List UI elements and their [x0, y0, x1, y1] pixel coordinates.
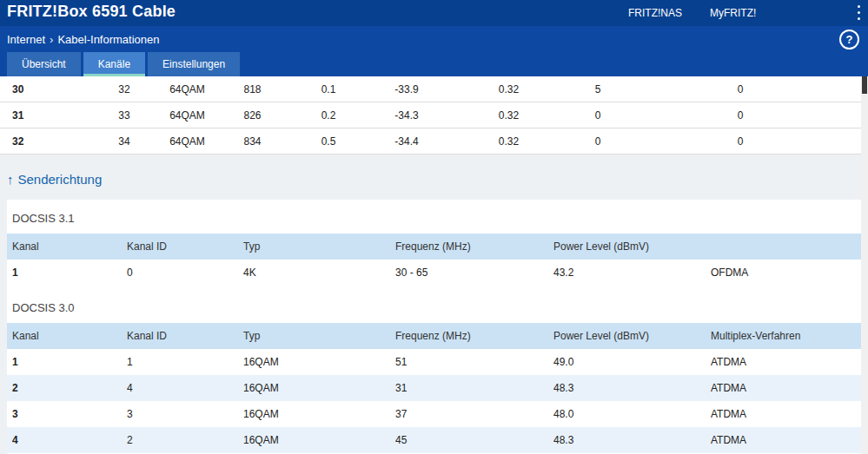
table-cell: 3 — [7, 401, 122, 427]
table-cell: 48.3 — [548, 427, 706, 453]
myfritz-link[interactable]: MyFRITZ! — [710, 0, 756, 26]
breadcrumb-current: Kabel-Informationen — [57, 33, 159, 46]
table-cell: 3 — [122, 401, 238, 427]
table-cell: 0.2 — [285, 102, 372, 128]
table-cell: 64QAM — [155, 102, 220, 128]
table-cell: 48.0 — [548, 401, 706, 427]
table-cell: 31 — [0, 102, 94, 128]
table-cell: 1 — [122, 349, 238, 375]
column-header: Kanal ID — [122, 234, 238, 260]
table-cell: 16QAM — [238, 401, 390, 427]
docsis31-label: DOCSIS 3.1 — [7, 200, 861, 234]
table-cell: 0.32 — [441, 76, 576, 102]
table-cell: ATDMA — [706, 375, 861, 401]
table-cell: 45 — [390, 427, 548, 453]
tab-label: Kanäle — [98, 58, 130, 70]
table-cell: 2 — [122, 427, 238, 453]
table-cell: -34.4 — [372, 128, 441, 155]
docsis30-table: KanalKanal IDTypFrequenz (MHz)Power Leve… — [7, 323, 861, 453]
table-cell: 0 — [122, 260, 238, 286]
table-cell: 30 - 65 — [390, 260, 548, 286]
column-header: Power Level (dBmV) — [548, 234, 706, 260]
app-header: FRITZ!Box 6591 Cable FRITZ!NAS MyFRITZ! — [0, 0, 868, 26]
table-cell: 834 — [220, 128, 285, 155]
dot — [858, 11, 860, 14]
table-cell: 0 — [576, 102, 620, 128]
table-cell: 32 — [0, 128, 94, 155]
overflow-menu-icon[interactable] — [853, 5, 864, 20]
table-row: 323464QAM8340.5-34.40.3200 — [0, 128, 861, 155]
table-cell: 0.32 — [441, 128, 576, 155]
downstream-table: 303264QAM8180.1-33.90.3250313364QAM8260.… — [0, 76, 861, 155]
docsis30-label: DOCSIS 3.0 — [7, 286, 861, 323]
column-header: Kanal — [7, 234, 122, 260]
table-cell: 37 — [390, 401, 548, 427]
table-cell: 16QAM — [238, 349, 390, 375]
column-header: Frequenz (MHz) — [390, 234, 548, 260]
table-cell: 48.3 — [548, 375, 706, 401]
column-header: Multiplex-Verfahren — [706, 323, 861, 349]
table-cell: 64QAM — [155, 128, 220, 155]
table-row: 4216QAM4548.3ATDMA — [7, 427, 861, 453]
up-arrow-icon: ↑ — [7, 172, 14, 187]
column-header: Kanal ID — [122, 323, 238, 349]
help-icon[interactable]: ? — [839, 30, 859, 49]
table-row: 104K30 - 6543.2OFDMA — [7, 260, 861, 286]
table-cell: 5 — [576, 76, 620, 102]
table-row: 313364QAM8260.2-34.30.3200 — [0, 102, 861, 128]
table-cell: 16QAM — [238, 375, 390, 401]
docsis31-table: KanalKanal IDTypFrequenz (MHz)Power Leve… — [7, 234, 861, 286]
tab-label: Übersicht — [22, 58, 66, 70]
table-cell: 2 — [7, 375, 122, 401]
tab-kanaele[interactable]: Kanäle — [83, 52, 145, 76]
table-cell: OFDMA — [706, 260, 861, 286]
table-cell: 1 — [7, 349, 122, 375]
breadcrumb-internet[interactable]: Internet — [7, 33, 45, 46]
table-cell: 4K — [238, 260, 390, 286]
table-cell: 826 — [220, 102, 285, 128]
table-cell: 51 — [390, 349, 548, 375]
breadcrumb-separator: › — [50, 33, 53, 46]
upstream-heading-label: Senderichtung — [18, 172, 103, 187]
table-cell: 31 — [390, 375, 548, 401]
column-header: Kanal — [7, 323, 122, 349]
page: FRITZ!Box 6591 Cable FRITZ!NAS MyFRITZ! … — [0, 0, 868, 454]
table-cell: 33 — [94, 102, 155, 128]
table-cell: 4 — [122, 375, 238, 401]
upstream-panel: DOCSIS 3.1 KanalKanal IDTypFrequenz (MHz… — [7, 200, 861, 454]
column-header: Typ — [238, 323, 390, 349]
table-cell: 0.5 — [285, 128, 372, 155]
scrollbar-thumb[interactable] — [862, 76, 867, 94]
table-cell: 0.32 — [441, 102, 576, 128]
table-cell: 0 — [620, 76, 861, 102]
table-cell: 30 — [0, 76, 94, 102]
fritznas-link[interactable]: FRITZ!NAS — [628, 0, 682, 26]
table-cell: ATDMA — [706, 349, 861, 375]
scrollbar — [861, 76, 868, 454]
tabs-bar: Übersicht Kanäle Einstellungen — [0, 52, 868, 76]
column-header — [706, 234, 861, 260]
table-cell: 16QAM — [238, 427, 390, 453]
dot — [858, 17, 860, 20]
table-cell: 32 — [94, 76, 155, 102]
tab-uebersicht[interactable]: Übersicht — [7, 52, 81, 76]
header-row: KanalKanal IDTypFrequenz (MHz)Power Leve… — [7, 323, 861, 349]
table-cell: -34.3 — [372, 102, 441, 128]
table-cell: 0 — [620, 128, 861, 155]
table-cell: 0 — [576, 128, 620, 155]
column-header: Frequenz (MHz) — [390, 323, 548, 349]
table-row: 2416QAM3148.3ATDMA — [7, 375, 861, 401]
table-cell: 1 — [7, 260, 122, 286]
tab-einstellungen[interactable]: Einstellungen — [148, 52, 240, 76]
table-cell: ATDMA — [706, 401, 861, 427]
table-cell: -33.9 — [372, 76, 441, 102]
table-cell: 0.1 — [285, 76, 372, 102]
table-cell: ATDMA — [706, 427, 861, 453]
table-cell: 4 — [7, 427, 122, 453]
table-row: 1116QAM5149.0ATDMA — [7, 349, 861, 375]
table-cell: 43.2 — [548, 260, 706, 286]
table-cell: 0 — [620, 102, 861, 128]
upstream-heading: ↑Senderichtung — [7, 172, 102, 187]
table-cell: 818 — [220, 76, 285, 102]
table-row: 3316QAM3748.0ATDMA — [7, 401, 861, 427]
